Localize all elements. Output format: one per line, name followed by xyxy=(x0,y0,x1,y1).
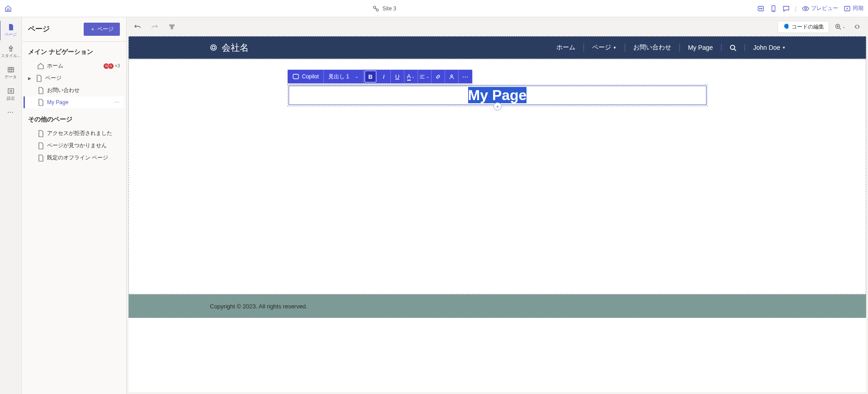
tree-label: ページが見つかりません xyxy=(47,142,107,149)
nav-my-page[interactable]: My Page xyxy=(680,44,721,51)
svg-rect-20 xyxy=(293,74,299,79)
rte-font-color[interactable]: A⌄ xyxy=(404,70,418,83)
rte-style-dropdown[interactable]: 見出し 1 ⌄ xyxy=(324,70,364,83)
site-body[interactable]: Copilot 見出し 1 ⌄ B I U A⌄ ⌄ ⋯ xyxy=(128,59,866,294)
tree-home[interactable]: ホーム S S +3 xyxy=(24,60,124,72)
tree-not-found[interactable]: ページが見つかりません xyxy=(24,139,124,152)
redo-button[interactable] xyxy=(148,20,161,33)
nav-user[interactable]: John Doe▼ xyxy=(745,44,794,51)
more-icon[interactable]: ⋯ xyxy=(114,100,120,106)
rte-align[interactable]: ⌄ xyxy=(418,70,432,83)
tree-label: ページ xyxy=(45,74,62,82)
components-button[interactable] xyxy=(166,20,178,33)
svg-rect-9 xyxy=(10,48,12,51)
copilot-label: Copilot xyxy=(302,73,319,80)
svg-point-21 xyxy=(451,75,452,77)
chevron-down-icon: ⌄ xyxy=(412,75,415,79)
code-edit-button[interactable]: コードの編集 xyxy=(778,21,829,33)
svg-point-0 xyxy=(374,6,376,8)
chevron-down-icon: ⌄ xyxy=(355,74,359,79)
comment-icon[interactable] xyxy=(783,5,790,12)
site-header: 会社名 ホーム ページ▼ お問い合わせ My Page John Doe▼ xyxy=(128,36,866,59)
side-title: ページ xyxy=(28,24,50,34)
add-section-button[interactable]: ＋ xyxy=(493,102,502,111)
nav-page[interactable]: ページ▼ xyxy=(584,43,625,52)
nav-home[interactable]: ホーム xyxy=(548,43,584,52)
rail-more[interactable]: ⋯ xyxy=(0,106,22,119)
design-canvas[interactable]: 会社名 ホーム ページ▼ お問い合わせ My Page John Doe▼ xyxy=(128,36,866,392)
plus-icon: ＋ xyxy=(90,25,95,33)
badges: S S +3 xyxy=(105,63,120,69)
site-icon xyxy=(372,5,379,12)
tree-access-denied[interactable]: アクセスが拒否されました xyxy=(24,127,124,139)
logo-icon xyxy=(210,44,217,51)
app-header: Site 3 | プレビュー 同期 xyxy=(0,0,868,17)
preview-label: プレビュー xyxy=(811,5,838,12)
preview-button[interactable]: プレビュー xyxy=(802,5,838,12)
rail-style[interactable]: スタイル... xyxy=(0,42,22,62)
site-name: Site 3 xyxy=(382,5,396,12)
svg-point-13 xyxy=(170,24,171,26)
tree-label: お問い合わせ xyxy=(47,86,80,94)
side-panel: ページ ＋ ページ メイン ナビゲーション ホーム S S +3 ▶ xyxy=(22,17,127,394)
divider: | xyxy=(795,5,797,12)
chevron-down-icon: ⌄ xyxy=(426,75,429,79)
home-icon[interactable] xyxy=(5,5,12,12)
rail-pages-label: ページ xyxy=(5,32,17,38)
sync-label: 同期 xyxy=(853,5,863,12)
tree-offline[interactable]: 既定のオフライン ページ xyxy=(24,152,124,164)
svg-rect-11 xyxy=(8,89,14,93)
rail-settings[interactable]: 設定 xyxy=(0,85,22,104)
mobile-icon[interactable] xyxy=(770,5,777,12)
file-icon xyxy=(37,87,44,94)
svg-point-12 xyxy=(10,90,12,92)
section-main-nav: メイン ナビゲーション xyxy=(22,42,126,59)
tree-label: ホーム xyxy=(47,62,63,70)
svg-point-4 xyxy=(761,8,762,9)
svg-point-6 xyxy=(773,10,773,11)
chevron-right-icon[interactable]: ▶ xyxy=(28,76,33,81)
rte-bold[interactable]: B xyxy=(365,71,376,82)
tree-label: My Page xyxy=(47,99,68,106)
nav-search[interactable] xyxy=(721,44,745,51)
badge-count: +3 xyxy=(115,63,120,68)
rail-pages[interactable]: ページ xyxy=(0,21,21,40)
nav-contact[interactable]: お問い合わせ xyxy=(625,43,680,52)
section-other-pages: その他のページ xyxy=(22,109,126,126)
rte-more[interactable]: ⋯ xyxy=(459,70,472,83)
zoom-button[interactable]: ⌄ xyxy=(834,20,846,33)
tree-page[interactable]: ▶ ページ xyxy=(24,72,124,84)
copilot-icon[interactable] xyxy=(757,5,764,12)
tree-contact[interactable]: お問い合わせ xyxy=(24,84,124,96)
vscode-icon xyxy=(783,23,789,31)
site-brand[interactable]: 会社名 xyxy=(210,42,249,54)
rte-copilot[interactable]: Copilot xyxy=(288,70,324,83)
undo-button[interactable] xyxy=(131,20,144,33)
rail-settings-label: 設定 xyxy=(7,96,15,101)
sync-button[interactable]: 同期 xyxy=(844,5,863,12)
rail-data-label: データ xyxy=(5,74,17,80)
rail-data[interactable]: データ xyxy=(0,63,22,83)
rte-personalize[interactable] xyxy=(445,70,459,83)
code-edit-label: コードの編集 xyxy=(792,23,824,31)
expand-button[interactable] xyxy=(851,20,863,33)
svg-rect-10 xyxy=(8,67,14,72)
editable-region[interactable]: Copilot 見出し 1 ⌄ B I U A⌄ ⌄ ⋯ xyxy=(287,84,708,106)
chevron-down-icon: ▼ xyxy=(782,46,786,50)
canvas-toolbar: コードの編集 ⌄ xyxy=(127,17,868,36)
chevron-down-icon: ▼ xyxy=(613,46,617,50)
file-icon xyxy=(37,130,44,137)
svg-point-18 xyxy=(212,46,215,49)
rte-underline[interactable]: U xyxy=(391,70,404,83)
file-icon xyxy=(37,154,44,162)
svg-rect-2 xyxy=(758,6,764,11)
file-icon xyxy=(35,75,43,82)
copilot-icon xyxy=(292,73,299,80)
rte-link[interactable] xyxy=(432,70,445,83)
svg-point-19 xyxy=(730,45,735,49)
tree-my-page[interactable]: My Page ⋯ xyxy=(24,96,124,108)
rte-italic[interactable]: I xyxy=(377,70,391,83)
add-page-button[interactable]: ＋ ページ xyxy=(84,23,120,36)
footer-text: Copyright © 2023. All rights reserved. xyxy=(210,303,308,310)
site-footer: Copyright © 2023. All rights reserved. xyxy=(128,294,866,318)
